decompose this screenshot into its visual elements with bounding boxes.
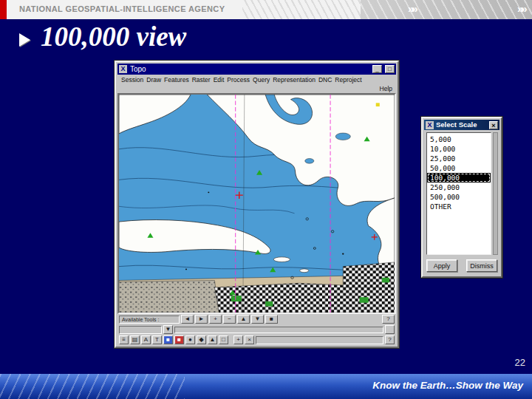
toolbar-button[interactable]: × xyxy=(245,335,254,344)
toolbar-button[interactable]: ● xyxy=(185,335,195,344)
scale-option[interactable]: 25,000 xyxy=(427,154,491,163)
close-icon[interactable]: × xyxy=(489,121,498,129)
window-title: Topo xyxy=(130,64,369,75)
toolbar-button[interactable]: ▲ xyxy=(208,335,217,344)
scale-option[interactable]: 100,000 xyxy=(427,173,491,183)
toolbar-button[interactable]: ► xyxy=(195,315,208,324)
menu-help[interactable]: Help xyxy=(378,84,394,93)
toolbar-button[interactable]: ■ xyxy=(265,315,278,324)
toolbar-row-tools: Available Tools : ◄ ► + − ▲ ▼ ■ ? xyxy=(117,314,396,324)
toolbar-button[interactable]: ▤ xyxy=(130,335,140,344)
toolbar-button[interactable]: − xyxy=(223,315,236,324)
toolbar-button[interactable]: ? xyxy=(382,315,395,324)
urban-area xyxy=(343,262,395,287)
scale-option[interactable]: OTHER xyxy=(427,202,491,211)
x-logo-icon: X xyxy=(426,121,434,129)
footer-bar: Know the Earth…Show the Way xyxy=(0,374,532,399)
toolbar-button[interactable]: + xyxy=(233,335,243,344)
map-canvas[interactable] xyxy=(117,93,396,314)
maximize-button[interactable]: □ xyxy=(385,65,395,73)
scale-option[interactable]: 250,000 xyxy=(427,183,491,192)
scale-option[interactable]: 500,000 xyxy=(427,192,491,202)
menu-reproject[interactable]: Reproject xyxy=(333,75,363,84)
scale-option[interactable]: 50,000 xyxy=(427,163,491,173)
header-right-panel xyxy=(361,0,532,19)
toolbar-button[interactable]: A xyxy=(141,335,151,344)
toolbar-button[interactable] xyxy=(385,325,395,334)
menu-raster[interactable]: Raster xyxy=(191,75,212,84)
scale-option[interactable]: 10,000 xyxy=(427,144,491,154)
toolbar-button[interactable]: ? xyxy=(385,335,395,344)
toolbar-row-icons: ≡ ▤ A T ■ ■ ● ◆ ▲ □ + × ? xyxy=(117,335,396,345)
scale-readout-field xyxy=(256,336,383,344)
chevron-icon: »» xyxy=(517,2,525,15)
nautical-chart xyxy=(119,95,395,313)
page-title: 100,000 view xyxy=(41,22,186,52)
menu-features[interactable]: Features xyxy=(163,75,191,84)
x-logo-icon: X xyxy=(119,65,127,73)
menu-session[interactable]: Session xyxy=(120,75,145,84)
apply-button[interactable]: Apply xyxy=(426,259,457,272)
toolbar-button[interactable]: ■ xyxy=(163,335,173,344)
dialog-titlebar[interactable]: X Select Scale × xyxy=(424,120,499,130)
dialog-body: 5,000 10,000 25,000 50,000 100,000 250,0… xyxy=(424,130,499,256)
topo-window: X Topo _ □ Session Draw Features Raster … xyxy=(115,61,399,348)
agency-title: NATIONAL GEOSPATIAL-INTELLIGENCE AGENCY xyxy=(19,4,225,13)
status-strip xyxy=(174,327,383,333)
toolbar-row-select: ▼ xyxy=(117,324,396,335)
available-tools-label: Available Tools : xyxy=(119,316,180,324)
minimize-button[interactable]: _ xyxy=(372,65,382,73)
toolbar-button[interactable]: ◆ xyxy=(197,335,206,344)
dropdown-arrow-button[interactable]: ▼ xyxy=(163,325,173,334)
title-row: 100,000 view xyxy=(19,22,186,52)
toolbar-button[interactable]: ◄ xyxy=(181,315,194,324)
scale-listbox: 5,000 10,000 25,000 50,000 100,000 250,0… xyxy=(426,132,491,255)
toolbar-button[interactable]: + xyxy=(209,315,222,324)
menu-query[interactable]: Query xyxy=(251,75,271,84)
scale-option[interactable]: 5,000 xyxy=(427,134,491,144)
dismiss-button[interactable]: Dismiss xyxy=(466,259,497,272)
slide: »» »» NATIONAL GEOSPATIAL-INTELLIGENCE A… xyxy=(0,0,532,399)
triangle-bullet-icon xyxy=(19,33,30,47)
footer-motto: Know the Earth…Show the Way xyxy=(372,380,523,391)
dialog-buttons: Apply Dismiss xyxy=(424,256,499,275)
menu-process[interactable]: Process xyxy=(225,75,251,84)
menu-bar: Session Draw Features Raster Edit Proces… xyxy=(117,75,396,93)
toolbar-button[interactable]: ▼ xyxy=(251,315,264,324)
red-accent-block xyxy=(0,0,7,19)
menu-dnc[interactable]: DNC xyxy=(317,75,333,84)
listbox-scrollbar[interactable] xyxy=(493,132,498,255)
tool-dropdown[interactable] xyxy=(119,326,162,334)
toolbar-button[interactable]: □ xyxy=(219,335,228,344)
menu-edit[interactable]: Edit xyxy=(212,75,226,84)
toolbar-button[interactable]: ■ xyxy=(174,335,184,344)
menu-representation[interactable]: Representation xyxy=(271,75,317,84)
dialog-title: Select Scale xyxy=(436,120,487,130)
menu-draw[interactable]: Draw xyxy=(145,75,163,84)
toolbar-button[interactable]: T xyxy=(152,335,162,344)
select-scale-dialog: X Select Scale × 5,000 10,000 25,000 50,… xyxy=(421,117,502,278)
page-number: 22 xyxy=(515,357,525,368)
window-titlebar[interactable]: X Topo _ □ xyxy=(117,64,396,75)
rocky-area xyxy=(119,281,219,313)
header-bar: »» »» NATIONAL GEOSPATIAL-INTELLIGENCE A… xyxy=(0,0,532,19)
chevron-icon: »» xyxy=(408,2,416,15)
toolbar-button[interactable]: ▲ xyxy=(237,315,250,324)
hatch-decoration xyxy=(242,0,362,19)
toolbar-button[interactable]: ≡ xyxy=(119,335,129,344)
